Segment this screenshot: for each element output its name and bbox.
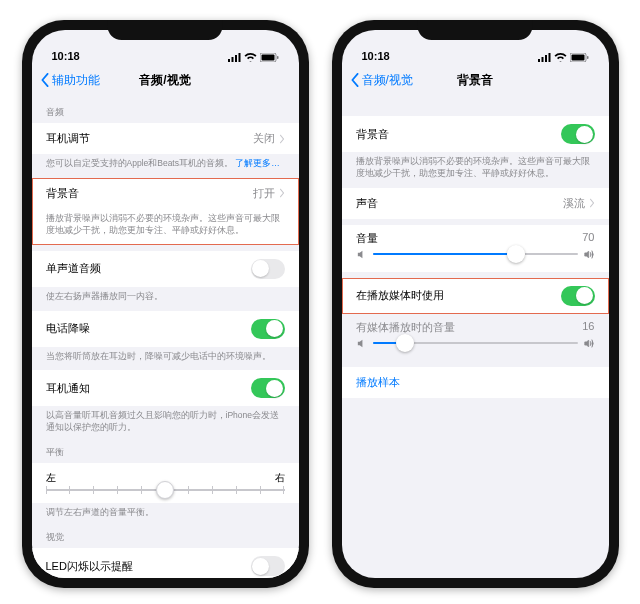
balance-right-label: 右 [275,471,285,485]
cell-mono-audio: 单声道音频 [32,251,299,287]
speaker-high-icon [584,249,595,260]
signal-icon [538,53,551,62]
wifi-icon [554,53,567,62]
footer-mono: 使左右扬声器播放同一内容。 [32,287,299,305]
media-volume-label: 有媒体播放时的音量 [356,320,455,335]
chevron-right-icon [589,198,595,208]
cell-volume: 音量 70 [342,225,609,272]
cell-bg-toggle: 背景音 [342,116,609,152]
group-background-sound: 背景音 打开 播放背景噪声以消弱不必要的环境杂声。这些声音可最大限度地减少干扰，… [32,178,299,245]
cell-label: 耳机通知 [46,381,90,396]
group-bg-toggle: 背景音 [342,116,609,152]
section-header-visual: 视觉 [32,521,299,548]
cell-led-flash: LED闪烁以示提醒 [32,548,299,578]
toggle-led-flash[interactable] [251,556,285,576]
toggle-bg-sound[interactable] [561,124,595,144]
footer-headphone-notify: 以高音量听耳机音频过久且影响您的听力时，iPhone会发送通知以保护您的听力。 [32,406,299,436]
svg-rect-13 [587,56,589,59]
cell-use-media: 在播放媒体时使用 [342,278,609,314]
footer-bg-sound: 播放背景噪声以消弱不必要的环境杂声。这些声音可最大限度地减少干扰，助您更加专注、… [32,209,299,245]
cell-label: 耳机调节 [46,131,90,146]
footer-noise-cancel: 当您将听筒放在耳边时，降噪可减少电话中的环境噪声。 [32,347,299,365]
cell-headphone-adjust[interactable]: 耳机调节 关闭 [32,123,299,154]
svg-rect-9 [545,55,547,62]
toggle-mono[interactable] [251,259,285,279]
group-sound: 声音 溪流 [342,188,609,219]
media-volume-slider[interactable] [356,338,595,349]
media-volume-value: 16 [582,320,594,335]
section-header-audio: 音频 [32,96,299,123]
svg-rect-5 [261,55,274,61]
cell-value: 打开 [253,186,285,201]
toggle-headphone-notify[interactable] [251,378,285,398]
svg-rect-0 [228,59,230,62]
group-led-flash: LED闪烁以示提醒 [32,548,299,578]
phone-right: 10:18 音频/视觉 背景音 背景音 播放背景噪声以消弱不必要的环境杂声。这些… [332,20,619,588]
chevron-left-icon [350,73,360,87]
svg-rect-1 [231,57,233,62]
cell-value: 关闭 [253,131,285,146]
speaker-low-icon [356,249,367,260]
screen: 10:18 辅助功能 音频/视觉 音频 耳机调节 关闭 [32,30,299,578]
toggle-use-media[interactable] [561,286,595,306]
svg-rect-12 [571,55,584,61]
cell-label: 声音 [356,196,378,211]
footer-bg-toggle: 播放背景噪声以消弱不必要的环境杂声。这些声音可最大限度地减少干扰，助您更加专注、… [342,152,609,182]
back-button[interactable]: 音频/视觉 [350,72,413,89]
section-header-balance: 平衡 [32,436,299,463]
battery-icon [570,53,589,62]
status-icons [538,53,589,62]
svg-rect-3 [238,53,240,62]
balance-left-label: 左 [46,471,56,485]
footer-balance: 调节左右声道的音量平衡。 [32,503,299,521]
content: 音频 耳机调节 关闭 您可以自定受支持的Apple和Beats耳机的音频。 了解… [32,96,299,578]
group-use-media: 在播放媒体时使用 [342,278,609,314]
cell-label: 播放样本 [356,376,400,388]
group-headphone-notify: 耳机通知 [32,370,299,406]
footer-headphone-adjust: 您可以自定受支持的Apple和Beats耳机的音频。 了解更多… [32,154,299,172]
nav-bar: 音频/视觉 背景音 [342,64,609,96]
cell-noise-cancel: 电话降噪 [32,311,299,347]
cell-background-sound[interactable]: 背景音 打开 [32,178,299,209]
cell-value: 溪流 [563,196,595,211]
battery-icon [260,53,279,62]
cell-label: 在播放媒体时使用 [356,288,444,303]
status-icons [228,53,279,62]
back-button[interactable]: 辅助功能 [40,72,100,89]
nav-title: 背景音 [457,72,493,89]
cell-play-sample[interactable]: 播放样本 [342,367,609,398]
notch [108,20,223,40]
toggle-noise-cancel[interactable] [251,319,285,339]
svg-rect-8 [541,57,543,62]
status-time: 10:18 [362,50,390,62]
cell-headphone-notify: 耳机通知 [32,370,299,406]
group-volume: 音量 70 [342,225,609,272]
back-label: 音频/视觉 [362,72,413,89]
balance-slider-row: 左 右 [32,463,299,503]
group-media-volume: 有媒体播放时的音量 16 [342,314,609,361]
signal-icon [228,53,241,62]
chevron-left-icon [40,73,50,87]
cell-sound[interactable]: 声音 溪流 [342,188,609,219]
cell-label: LED闪烁以示提醒 [46,559,133,574]
group-balance: 左 右 [32,463,299,503]
balance-slider[interactable] [46,489,285,491]
speaker-low-icon [356,338,367,349]
content: 背景音 播放背景噪声以消弱不必要的环境杂声。这些声音可最大限度地减少干扰，助您更… [342,96,609,408]
screen: 10:18 音频/视觉 背景音 背景音 播放背景噪声以消弱不必要的环境杂声。这些… [342,30,609,578]
speaker-high-icon [584,338,595,349]
volume-label: 音量 [356,231,378,246]
cell-label: 背景音 [356,127,389,142]
notch [418,20,533,40]
svg-rect-6 [277,56,279,59]
cell-label: 电话降噪 [46,321,90,336]
volume-slider[interactable] [356,249,595,260]
svg-rect-2 [235,55,237,62]
status-time: 10:18 [52,50,80,62]
phone-left: 10:18 辅助功能 音频/视觉 音频 耳机调节 关闭 [22,20,309,588]
learn-more-link[interactable]: 了解更多… [235,158,280,168]
nav-bar: 辅助功能 音频/视觉 [32,64,299,96]
back-label: 辅助功能 [52,72,100,89]
volume-value: 70 [582,231,594,246]
chevron-right-icon [279,188,285,198]
